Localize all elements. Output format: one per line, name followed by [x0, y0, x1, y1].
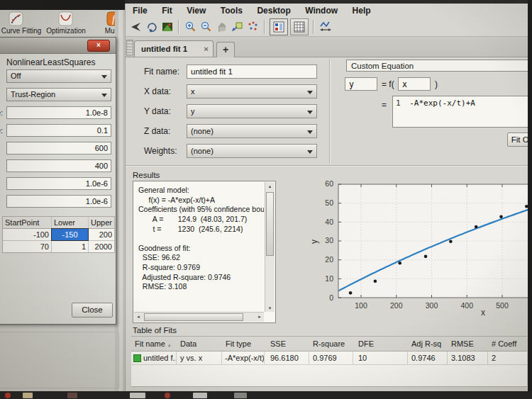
dialog-close-button[interactable]: ×: [87, 40, 110, 52]
column-header-fit-name[interactable]: Fit name ▲: [131, 339, 177, 348]
option-field-6[interactable]: 1.0e-6: [6, 195, 111, 208]
screen-bezel-right: [528, 0, 532, 399]
equation-type-bar[interactable]: Custom Equation: [346, 60, 530, 72]
app-curve-fitting[interactable]: Curve Fitting: [0, 10, 43, 38]
menu-help[interactable]: Help: [347, 4, 377, 17]
fit-options-dialog: × NonlinearLeastSquares Off Trust-Region…: [0, 37, 116, 325]
menu-view[interactable]: View: [181, 4, 211, 17]
taskbar-app-icon[interactable]: [130, 393, 145, 398]
column-header-sse[interactable]: SSE: [265, 339, 309, 348]
option-field-1[interactable]: 1.0e-8: [6, 106, 111, 119]
column-header-dfe[interactable]: DFE: [353, 339, 408, 348]
column-header-data[interactable]: Data: [177, 339, 222, 348]
app-optimization[interactable]: Optimization: [44, 10, 88, 38]
pan-hand-icon[interactable]: [215, 20, 228, 33]
x-data-dropdown[interactable]: x: [187, 84, 317, 99]
toolbar-separator: [178, 20, 179, 34]
scroll-left-icon[interactable]: ◄: [136, 315, 140, 319]
option-field-4[interactable]: 400: [6, 159, 111, 172]
cell-adj-r-sq: 0.9746: [408, 352, 448, 364]
zoom-out-icon[interactable]: [199, 20, 213, 33]
close-paren-label: ): [435, 79, 438, 89]
column-header-adj-r-sq[interactable]: Adj R-sq: [408, 339, 448, 348]
vertical-scrollbar[interactable]: ▲ ▼: [265, 182, 275, 312]
horizontal-scrollbar[interactable]: ◄ ►: [134, 312, 264, 322]
zoom-in-icon[interactable]: [184, 20, 197, 33]
column-header-r-square[interactable]: R-square: [309, 339, 353, 348]
print-arrow-icon[interactable]: [129, 20, 143, 33]
robust-dropdown[interactable]: Off: [6, 69, 111, 83]
z-data-dropdown[interactable]: (none): [187, 124, 317, 138]
splitter-nub[interactable]: [126, 40, 133, 55]
option-field-2[interactable]: 0.1: [6, 124, 111, 137]
cell-upper-t[interactable]: 2000: [89, 241, 114, 252]
menu-tools[interactable]: Tools: [215, 4, 248, 17]
y-data-dropdown[interactable]: y: [187, 104, 317, 118]
layout-panels-button[interactable]: [270, 18, 288, 35]
results-text: General model: f(x) = -A*exp(-x/t)+A Coe…: [138, 186, 264, 292]
equation-editor[interactable]: 1 -A*exp(-x/t)+A: [392, 96, 530, 128]
column-header-fit-type[interactable]: Fit type: [222, 339, 265, 348]
col-header-upper[interactable]: Upper: [89, 217, 114, 228]
section-separator: [126, 165, 530, 167]
menu-fit[interactable]: Fit: [156, 4, 178, 17]
axes-limits-icon[interactable]: [318, 20, 332, 33]
colormap-icon[interactable]: [160, 20, 174, 33]
svg-text:0: 0: [329, 293, 333, 302]
scroll-up-icon[interactable]: ▲: [265, 182, 275, 189]
rotate-3d-icon[interactable]: [145, 20, 158, 33]
col-header-startpoint[interactable]: StartPoint: [3, 217, 52, 228]
col-header-lower[interactable]: Lower: [52, 217, 89, 228]
equation-line-number: 1: [396, 99, 401, 108]
svg-text:300: 300: [426, 301, 438, 310]
coefficient-table: StartPoint Lower Upper -100 -150 200 70 …: [2, 216, 115, 253]
new-tab-button[interactable]: +: [216, 42, 235, 57]
cell-lower-t[interactable]: 1: [52, 241, 89, 252]
tab-untitled-fit-1[interactable]: untitled fit 1 ×: [134, 40, 214, 57]
taskbar-app-icon[interactable]: [23, 393, 33, 398]
scroll-down-icon[interactable]: ▼: [265, 306, 275, 310]
dialog-title-bar[interactable]: ×: [0, 38, 116, 54]
algorithm-dropdown[interactable]: Trust-Region: [6, 88, 111, 101]
scrollbar-thumb[interactable]: [144, 313, 243, 321]
column-header-rmse[interactable]: RMSE: [448, 339, 488, 348]
fit-options-button[interactable]: Fit Opt: [507, 133, 530, 147]
close-button[interactable]: Close: [72, 303, 113, 317]
taskbar-app-icon[interactable]: [67, 393, 77, 398]
data-cursor-icon[interactable]: [231, 20, 244, 33]
cell-lower-A-selected[interactable]: -150: [52, 229, 88, 240]
option-field-5[interactable]: 1.0e-6: [6, 177, 111, 190]
fit-row-untitled-fit-1[interactable]: untitled f... y vs. x -A*exp(-x/t)... 96…: [131, 352, 527, 365]
chevron-down-icon: [307, 111, 313, 114]
model-type-label: NonlinearLeastSquares: [6, 57, 95, 67]
close-icon: ×: [96, 41, 101, 49]
svg-text:100: 100: [355, 301, 367, 310]
toolbar: [126, 17, 530, 37]
fit-plot[interactable]: 1002003004005006000102030405060xy: [284, 169, 530, 325]
weights-dropdown[interactable]: (none): [187, 144, 317, 158]
taskbar-app-icon[interactable]: [193, 393, 207, 398]
scrollbar-thumb[interactable]: [266, 192, 274, 256]
cell-startpoint-t[interactable]: 70: [3, 241, 52, 252]
independent-variable-input[interactable]: x: [398, 77, 431, 91]
exclude-points-icon[interactable]: [246, 20, 260, 33]
fit-name-input[interactable]: untitled fit 1: [187, 64, 317, 79]
cell-fit-name: untitled f...: [143, 354, 177, 362]
cell-startpoint-A[interactable]: -100: [3, 229, 52, 240]
equation-equals-label: =: [382, 100, 387, 110]
option-field-3[interactable]: 600: [6, 142, 111, 154]
dependent-variable-input[interactable]: y: [345, 77, 377, 91]
tab-close-icon[interactable]: ×: [204, 41, 209, 57]
menu-window[interactable]: Window: [299, 4, 343, 17]
svg-text:30: 30: [325, 236, 333, 245]
taskbar-app-icon[interactable]: [165, 393, 170, 398]
layout-grid-button[interactable]: [290, 18, 309, 35]
cell-upper-A[interactable]: 200: [88, 229, 114, 240]
scroll-right-icon[interactable]: ►: [257, 315, 262, 319]
taskbar-app-icon[interactable]: [5, 393, 11, 398]
taskbar-app-icon[interactable]: [234, 393, 247, 398]
screen-bezel-top: [125, 0, 532, 4]
column-header-num-coeff[interactable]: # Coeff: [488, 339, 527, 348]
menu-file[interactable]: File: [127, 4, 153, 17]
menu-desktop[interactable]: Desktop: [251, 4, 296, 17]
